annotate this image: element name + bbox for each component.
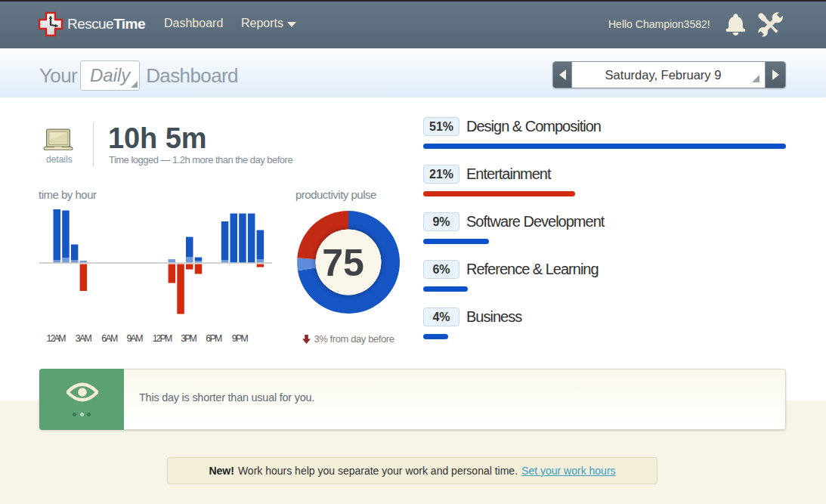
svg-text:12AM: 12AM xyxy=(47,333,67,344)
svg-text:12PM: 12PM xyxy=(153,333,173,344)
svg-text:9AM: 9AM xyxy=(126,333,143,344)
svg-text:3AM: 3AM xyxy=(76,333,92,344)
svg-text:3PM: 3PM xyxy=(181,333,197,344)
svg-text:9PM: 9PM xyxy=(232,333,249,344)
svg-text:6PM: 6PM xyxy=(206,333,222,344)
svg-text:6AM: 6AM xyxy=(101,333,118,344)
